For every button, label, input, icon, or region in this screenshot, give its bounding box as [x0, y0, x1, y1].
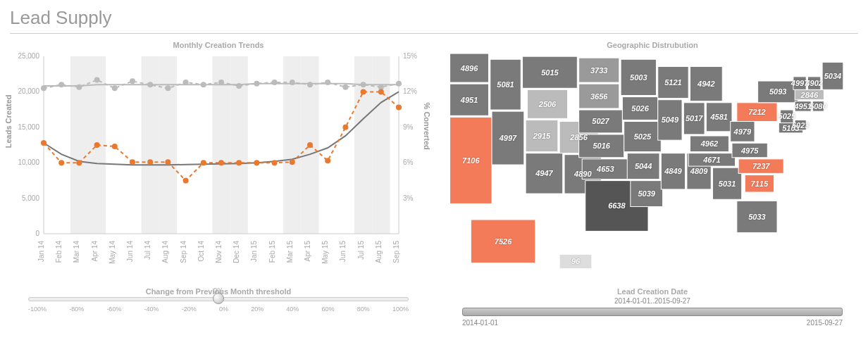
- svg-point-70: [112, 144, 118, 149]
- state-KS[interactable]: [579, 134, 624, 158]
- state-LA[interactable]: [631, 181, 663, 207]
- state-NV[interactable]: [492, 111, 524, 165]
- state-MO[interactable]: [624, 121, 662, 151]
- svg-text:Aug 14: Aug 14: [161, 241, 169, 263]
- svg-point-51: [147, 82, 153, 87]
- svg-point-82: [325, 158, 330, 163]
- threshold-tick: -80%: [69, 306, 84, 313]
- state-IA[interactable]: [622, 97, 657, 120]
- state-WA[interactable]: [450, 54, 489, 82]
- state-TN[interactable]: [688, 153, 735, 166]
- svg-text:Aug 15: Aug 15: [375, 241, 383, 263]
- state-AK[interactable]: [471, 220, 535, 263]
- svg-text:9%: 9%: [403, 123, 414, 131]
- state-SD[interactable]: [579, 84, 619, 108]
- state-SC[interactable]: [745, 175, 774, 192]
- svg-point-49: [112, 85, 118, 91]
- date-range-end: 2015-09-27: [807, 319, 843, 327]
- svg-text:Jul 15: Jul 15: [357, 241, 365, 260]
- svg-text:Jun 15: Jun 15: [339, 241, 347, 262]
- state-ID[interactable]: [490, 59, 521, 110]
- svg-text:6%: 6%: [403, 158, 414, 166]
- svg-text:Oct 14: Oct 14: [197, 241, 205, 262]
- date-range-track[interactable]: [462, 308, 843, 316]
- state-ND[interactable]: [579, 58, 619, 82]
- state-IL[interactable]: [658, 100, 682, 140]
- state-OH[interactable]: [706, 103, 732, 132]
- svg-point-59: [290, 80, 295, 85]
- svg-text:Apr 15: Apr 15: [304, 241, 311, 262]
- svg-point-76: [218, 160, 224, 165]
- date-range-display: 2014-01-01..2015-09-27: [462, 297, 843, 305]
- map-panel-title: Geographic Distrubution: [447, 41, 858, 49]
- state-CT[interactable]: [795, 101, 811, 111]
- svg-point-57: [254, 81, 259, 87]
- state-HI[interactable]: [559, 254, 592, 269]
- state-NH[interactable]: [808, 77, 821, 89]
- svg-text:May 14: May 14: [108, 241, 116, 264]
- monthly-trends-chart[interactable]: Leads Created % Converted 05,00010,00015…: [10, 52, 427, 276]
- state-OR[interactable]: [450, 84, 489, 115]
- state-AR[interactable]: [627, 153, 659, 180]
- svg-text:5,000: 5,000: [22, 194, 39, 202]
- state-OK[interactable]: [582, 159, 628, 180]
- state-MT[interactable]: [523, 56, 578, 88]
- state-MS[interactable]: [661, 153, 685, 189]
- svg-point-48: [94, 77, 100, 83]
- state-WY[interactable]: [527, 89, 567, 118]
- state-RI[interactable]: [812, 101, 824, 111]
- threshold-tick: 20%: [251, 306, 264, 313]
- threshold-tick: 0%: [219, 306, 228, 313]
- state-MA[interactable]: [795, 89, 824, 99]
- state-VA[interactable]: [732, 143, 767, 158]
- svg-point-71: [130, 159, 135, 165]
- svg-point-85: [378, 89, 384, 94]
- state-WV[interactable]: [731, 121, 755, 142]
- svg-text:15%: 15%: [403, 52, 417, 60]
- svg-text:May 15: May 15: [321, 241, 329, 264]
- svg-point-60: [307, 82, 313, 87]
- svg-rect-3: [159, 56, 177, 234]
- svg-point-62: [342, 84, 348, 90]
- threshold-tick: -20%: [182, 306, 197, 313]
- state-GA[interactable]: [713, 168, 742, 199]
- threshold-slider[interactable]: 0% -100%-80%-60%-40%-20%0%20%40%60%80%10…: [28, 297, 409, 313]
- state-AZ[interactable]: [526, 153, 563, 194]
- geographic-map[interactable]: 4896495171064997508150152506291528564947…: [447, 52, 850, 276]
- state-MN[interactable]: [621, 59, 656, 95]
- state-WI[interactable]: [658, 67, 688, 99]
- svg-text:25,000: 25,000: [18, 52, 39, 60]
- svg-point-46: [58, 82, 64, 87]
- state-PA[interactable]: [737, 103, 777, 122]
- svg-point-54: [201, 82, 206, 87]
- svg-point-55: [218, 80, 224, 85]
- state-FL[interactable]: [737, 201, 777, 232]
- date-slider-title: Lead Creation Date: [447, 287, 858, 296]
- state-NC[interactable]: [738, 159, 783, 174]
- state-UT[interactable]: [526, 120, 558, 151]
- threshold-tick: 100%: [392, 306, 409, 313]
- svg-text:3%: 3%: [403, 194, 414, 202]
- state-NY[interactable]: [758, 81, 798, 103]
- state-IN[interactable]: [683, 103, 705, 134]
- state-DE[interactable]: [795, 120, 806, 130]
- svg-point-83: [342, 125, 348, 130]
- threshold-tick: -60%: [106, 306, 121, 313]
- threshold-knob[interactable]: [213, 293, 224, 304]
- state-NE[interactable]: [579, 110, 623, 133]
- svg-point-80: [290, 159, 295, 165]
- svg-text:10,000: 10,000: [18, 158, 39, 166]
- threshold-tick: -40%: [144, 306, 159, 313]
- svg-point-74: [183, 177, 189, 183]
- state-VT[interactable]: [793, 77, 806, 89]
- svg-point-63: [361, 82, 366, 87]
- state-NJ[interactable]: [781, 110, 793, 122]
- svg-text:Jun 14: Jun 14: [126, 241, 134, 262]
- state-CA[interactable]: [450, 117, 492, 203]
- svg-point-65: [396, 81, 402, 87]
- state-KY[interactable]: [690, 136, 728, 152]
- state-ME[interactable]: [822, 62, 843, 89]
- svg-text:20,000: 20,000: [18, 87, 39, 95]
- state-MI[interactable]: [690, 67, 722, 101]
- svg-point-79: [272, 160, 278, 165]
